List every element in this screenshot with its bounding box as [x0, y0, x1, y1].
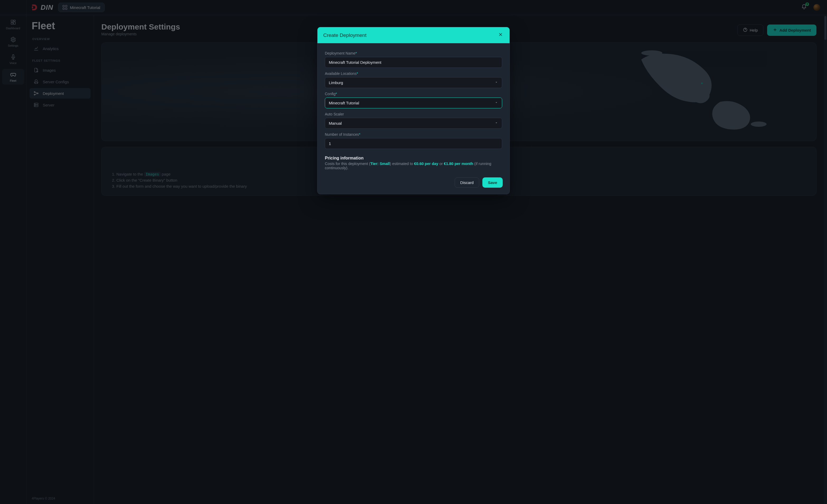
instances-label: Number of Instances*	[325, 132, 502, 136]
locations-label-text: Available Locations	[325, 71, 356, 76]
locations-label: Available Locations*	[325, 71, 502, 76]
required-star-icon: *	[335, 92, 337, 96]
pricing-line: Costs for this deployment (Tier: Small) …	[325, 162, 502, 170]
required-star-icon: *	[356, 71, 358, 76]
required-star-icon: *	[359, 132, 360, 136]
modal-close-button[interactable]	[497, 32, 504, 39]
pricing-per-month: €1.80 per month	[444, 162, 473, 166]
deployment-name-input[interactable]	[325, 57, 502, 68]
pricing-block: Pricing information Costs for this deplo…	[325, 156, 502, 170]
discard-button-label: Discard	[460, 180, 474, 185]
chevron-down-icon	[494, 121, 498, 125]
modal-header: Create Deployment	[318, 27, 509, 43]
instances-label-text: Number of Instances	[325, 132, 359, 136]
modal-body: Deployment Name* Available Locations* Li…	[318, 43, 509, 173]
autoscaler-label: Auto Scaler	[325, 112, 502, 116]
instances-input[interactable]	[325, 138, 502, 149]
config-select-value: Minecraft Tutorial	[329, 101, 359, 105]
pricing-prefix: Costs for this deployment (	[325, 162, 370, 166]
pricing-mid: ) estimated to	[390, 162, 414, 166]
create-deployment-modal: Create Deployment Deployment Name* Avail…	[317, 27, 510, 194]
chevron-down-icon	[494, 80, 498, 85]
discard-button[interactable]: Discard	[455, 177, 479, 188]
modal-footer: Discard Save	[318, 173, 509, 194]
locations-select[interactable]: Limburg	[325, 77, 502, 88]
modal-scrim[interactable]: Create Deployment Deployment Name* Avail…	[0, 0, 827, 504]
pricing-title: Pricing information	[325, 156, 502, 161]
deployment-name-label: Deployment Name*	[325, 51, 502, 55]
close-icon	[498, 32, 503, 39]
required-star-icon: *	[355, 51, 357, 55]
save-button-label: Save	[488, 180, 497, 185]
config-select[interactable]: Minecraft Tutorial	[325, 98, 502, 108]
deployment-name-label-text: Deployment Name	[325, 51, 355, 55]
pricing-or: or	[438, 162, 444, 166]
modal-title: Create Deployment	[323, 33, 367, 38]
autoscaler-select[interactable]: Manual	[325, 118, 502, 129]
locations-select-value: Limburg	[329, 80, 343, 85]
config-label: Config*	[325, 92, 502, 96]
pricing-tier-key: Tier:	[370, 162, 380, 166]
config-label-text: Config	[325, 92, 335, 96]
autoscaler-select-value: Manual	[329, 121, 342, 125]
save-button[interactable]: Save	[482, 177, 503, 188]
pricing-tier-value: Small	[380, 162, 390, 166]
pricing-per-day: €0.60 per day	[414, 162, 438, 166]
chevron-down-icon	[494, 101, 498, 105]
